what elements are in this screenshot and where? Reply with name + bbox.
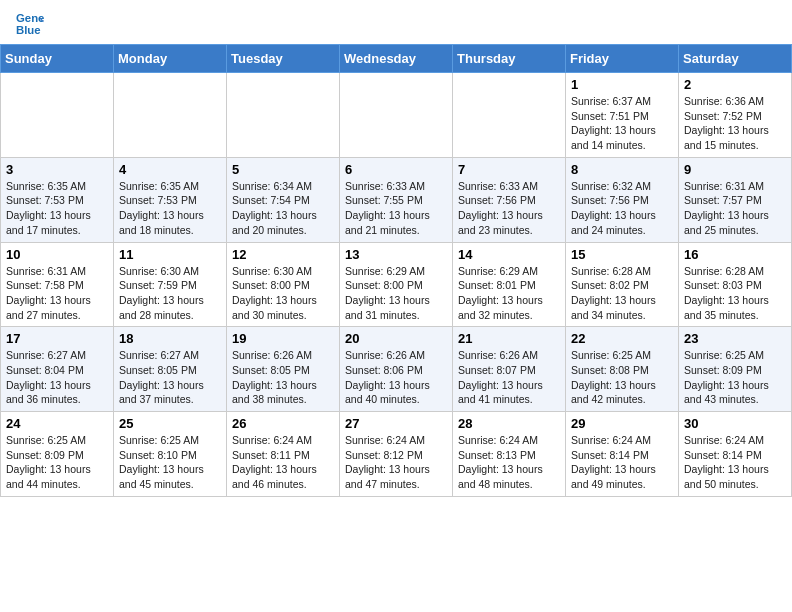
calendar-cell: 27Sunrise: 6:24 AM Sunset: 8:12 PM Dayli… — [340, 412, 453, 497]
calendar-week-row: 10Sunrise: 6:31 AM Sunset: 7:58 PM Dayli… — [1, 242, 792, 327]
day-number: 28 — [458, 416, 560, 431]
calendar-cell — [227, 73, 340, 158]
day-info: Sunrise: 6:33 AM Sunset: 7:55 PM Dayligh… — [345, 179, 447, 238]
day-info: Sunrise: 6:25 AM Sunset: 8:09 PM Dayligh… — [6, 433, 108, 492]
day-number: 14 — [458, 247, 560, 262]
day-number: 10 — [6, 247, 108, 262]
day-number: 1 — [571, 77, 673, 92]
day-info: Sunrise: 6:29 AM Sunset: 8:00 PM Dayligh… — [345, 264, 447, 323]
day-info: Sunrise: 6:25 AM Sunset: 8:08 PM Dayligh… — [571, 348, 673, 407]
calendar-cell: 6Sunrise: 6:33 AM Sunset: 7:55 PM Daylig… — [340, 157, 453, 242]
day-number: 19 — [232, 331, 334, 346]
calendar-cell: 23Sunrise: 6:25 AM Sunset: 8:09 PM Dayli… — [679, 327, 792, 412]
day-number: 12 — [232, 247, 334, 262]
day-info: Sunrise: 6:24 AM Sunset: 8:13 PM Dayligh… — [458, 433, 560, 492]
day-info: Sunrise: 6:35 AM Sunset: 7:53 PM Dayligh… — [6, 179, 108, 238]
calendar-cell: 18Sunrise: 6:27 AM Sunset: 8:05 PM Dayli… — [114, 327, 227, 412]
calendar-cell: 7Sunrise: 6:33 AM Sunset: 7:56 PM Daylig… — [453, 157, 566, 242]
day-info: Sunrise: 6:27 AM Sunset: 8:04 PM Dayligh… — [6, 348, 108, 407]
day-of-week-header: Tuesday — [227, 45, 340, 73]
calendar-cell: 12Sunrise: 6:30 AM Sunset: 8:00 PM Dayli… — [227, 242, 340, 327]
day-number: 25 — [119, 416, 221, 431]
day-number: 3 — [6, 162, 108, 177]
calendar-cell: 8Sunrise: 6:32 AM Sunset: 7:56 PM Daylig… — [566, 157, 679, 242]
calendar-week-row: 24Sunrise: 6:25 AM Sunset: 8:09 PM Dayli… — [1, 412, 792, 497]
day-number: 23 — [684, 331, 786, 346]
svg-text:General: General — [16, 12, 44, 24]
calendar-cell: 15Sunrise: 6:28 AM Sunset: 8:02 PM Dayli… — [566, 242, 679, 327]
day-of-week-header: Monday — [114, 45, 227, 73]
calendar-cell: 10Sunrise: 6:31 AM Sunset: 7:58 PM Dayli… — [1, 242, 114, 327]
day-of-week-header: Wednesday — [340, 45, 453, 73]
calendar-cell — [453, 73, 566, 158]
day-number: 8 — [571, 162, 673, 177]
day-number: 4 — [119, 162, 221, 177]
calendar-cell: 2Sunrise: 6:36 AM Sunset: 7:52 PM Daylig… — [679, 73, 792, 158]
day-number: 26 — [232, 416, 334, 431]
day-info: Sunrise: 6:30 AM Sunset: 8:00 PM Dayligh… — [232, 264, 334, 323]
day-number: 13 — [345, 247, 447, 262]
day-info: Sunrise: 6:24 AM Sunset: 8:14 PM Dayligh… — [571, 433, 673, 492]
day-info: Sunrise: 6:34 AM Sunset: 7:54 PM Dayligh… — [232, 179, 334, 238]
day-number: 11 — [119, 247, 221, 262]
calendar-cell: 26Sunrise: 6:24 AM Sunset: 8:11 PM Dayli… — [227, 412, 340, 497]
calendar-cell: 19Sunrise: 6:26 AM Sunset: 8:05 PM Dayli… — [227, 327, 340, 412]
calendar-cell: 14Sunrise: 6:29 AM Sunset: 8:01 PM Dayli… — [453, 242, 566, 327]
day-info: Sunrise: 6:37 AM Sunset: 7:51 PM Dayligh… — [571, 94, 673, 153]
day-info: Sunrise: 6:26 AM Sunset: 8:05 PM Dayligh… — [232, 348, 334, 407]
day-info: Sunrise: 6:24 AM Sunset: 8:11 PM Dayligh… — [232, 433, 334, 492]
day-info: Sunrise: 6:28 AM Sunset: 8:03 PM Dayligh… — [684, 264, 786, 323]
day-number: 29 — [571, 416, 673, 431]
calendar-cell: 3Sunrise: 6:35 AM Sunset: 7:53 PM Daylig… — [1, 157, 114, 242]
day-of-week-header: Thursday — [453, 45, 566, 73]
calendar-cell: 1Sunrise: 6:37 AM Sunset: 7:51 PM Daylig… — [566, 73, 679, 158]
day-number: 5 — [232, 162, 334, 177]
day-info: Sunrise: 6:24 AM Sunset: 8:14 PM Dayligh… — [684, 433, 786, 492]
day-info: Sunrise: 6:29 AM Sunset: 8:01 PM Dayligh… — [458, 264, 560, 323]
day-info: Sunrise: 6:24 AM Sunset: 8:12 PM Dayligh… — [345, 433, 447, 492]
day-info: Sunrise: 6:26 AM Sunset: 8:06 PM Dayligh… — [345, 348, 447, 407]
day-number: 15 — [571, 247, 673, 262]
calendar-header-row: SundayMondayTuesdayWednesdayThursdayFrid… — [1, 45, 792, 73]
day-info: Sunrise: 6:31 AM Sunset: 7:58 PM Dayligh… — [6, 264, 108, 323]
calendar-cell: 25Sunrise: 6:25 AM Sunset: 8:10 PM Dayli… — [114, 412, 227, 497]
day-number: 21 — [458, 331, 560, 346]
day-number: 27 — [345, 416, 447, 431]
calendar-cell: 17Sunrise: 6:27 AM Sunset: 8:04 PM Dayli… — [1, 327, 114, 412]
day-number: 17 — [6, 331, 108, 346]
day-number: 6 — [345, 162, 447, 177]
calendar-cell: 11Sunrise: 6:30 AM Sunset: 7:59 PM Dayli… — [114, 242, 227, 327]
day-number: 22 — [571, 331, 673, 346]
day-number: 24 — [6, 416, 108, 431]
calendar-cell: 20Sunrise: 6:26 AM Sunset: 8:06 PM Dayli… — [340, 327, 453, 412]
day-info: Sunrise: 6:32 AM Sunset: 7:56 PM Dayligh… — [571, 179, 673, 238]
day-info: Sunrise: 6:26 AM Sunset: 8:07 PM Dayligh… — [458, 348, 560, 407]
page-header: General Blue — [0, 0, 792, 44]
calendar-cell: 21Sunrise: 6:26 AM Sunset: 8:07 PM Dayli… — [453, 327, 566, 412]
day-info: Sunrise: 6:31 AM Sunset: 7:57 PM Dayligh… — [684, 179, 786, 238]
svg-text:Blue: Blue — [16, 24, 41, 36]
calendar-week-row: 3Sunrise: 6:35 AM Sunset: 7:53 PM Daylig… — [1, 157, 792, 242]
calendar-week-row: 1Sunrise: 6:37 AM Sunset: 7:51 PM Daylig… — [1, 73, 792, 158]
day-number: 20 — [345, 331, 447, 346]
calendar-cell — [340, 73, 453, 158]
calendar-cell: 9Sunrise: 6:31 AM Sunset: 7:57 PM Daylig… — [679, 157, 792, 242]
day-of-week-header: Saturday — [679, 45, 792, 73]
day-info: Sunrise: 6:25 AM Sunset: 8:10 PM Dayligh… — [119, 433, 221, 492]
day-number: 7 — [458, 162, 560, 177]
day-number: 18 — [119, 331, 221, 346]
calendar-cell: 5Sunrise: 6:34 AM Sunset: 7:54 PM Daylig… — [227, 157, 340, 242]
day-number: 16 — [684, 247, 786, 262]
calendar-cell: 30Sunrise: 6:24 AM Sunset: 8:14 PM Dayli… — [679, 412, 792, 497]
day-of-week-header: Sunday — [1, 45, 114, 73]
calendar-cell: 28Sunrise: 6:24 AM Sunset: 8:13 PM Dayli… — [453, 412, 566, 497]
day-number: 30 — [684, 416, 786, 431]
calendar-cell: 16Sunrise: 6:28 AM Sunset: 8:03 PM Dayli… — [679, 242, 792, 327]
day-of-week-header: Friday — [566, 45, 679, 73]
calendar-cell: 4Sunrise: 6:35 AM Sunset: 7:53 PM Daylig… — [114, 157, 227, 242]
calendar-cell — [114, 73, 227, 158]
day-number: 9 — [684, 162, 786, 177]
day-number: 2 — [684, 77, 786, 92]
calendar-cell: 13Sunrise: 6:29 AM Sunset: 8:00 PM Dayli… — [340, 242, 453, 327]
day-info: Sunrise: 6:35 AM Sunset: 7:53 PM Dayligh… — [119, 179, 221, 238]
